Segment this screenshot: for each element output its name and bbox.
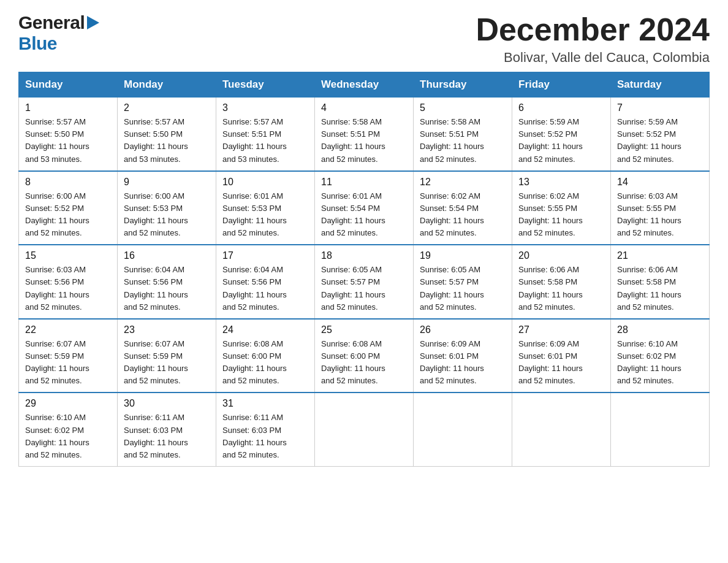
day-cell-16: 16 Sunrise: 6:04 AMSunset: 5:56 PMDaylig… bbox=[118, 245, 216, 319]
day-info: Sunrise: 6:00 AMSunset: 5:52 PMDaylight:… bbox=[25, 190, 111, 240]
day-number: 23 bbox=[124, 324, 210, 335]
day-number: 2 bbox=[124, 102, 210, 113]
header-row: SundayMondayTuesdayWednesdayThursdayFrid… bbox=[19, 72, 710, 98]
day-number: 11 bbox=[321, 177, 407, 188]
day-number: 15 bbox=[25, 250, 111, 261]
day-info: Sunrise: 6:05 AMSunset: 5:57 PMDaylight:… bbox=[321, 264, 407, 313]
logo: General Blue bbox=[18, 12, 99, 54]
day-info: Sunrise: 6:07 AMSunset: 5:59 PMDaylight:… bbox=[124, 338, 210, 388]
day-info: Sunrise: 6:10 AMSunset: 6:02 PMDaylight:… bbox=[25, 412, 111, 461]
empty-cell bbox=[414, 393, 512, 466]
day-info: Sunrise: 6:03 AMSunset: 5:56 PMDaylight:… bbox=[25, 264, 111, 313]
header-saturday: Saturday bbox=[611, 72, 710, 98]
day-cell-3: 3 Sunrise: 5:57 AMSunset: 5:51 PMDayligh… bbox=[216, 98, 315, 171]
header-tuesday: Tuesday bbox=[216, 72, 315, 98]
day-cell-2: 2 Sunrise: 5:57 AMSunset: 5:50 PMDayligh… bbox=[118, 98, 216, 171]
day-cell-23: 23 Sunrise: 6:07 AMSunset: 5:59 PMDaylig… bbox=[118, 319, 216, 393]
day-info: Sunrise: 6:08 AMSunset: 6:00 PMDaylight:… bbox=[222, 338, 308, 388]
day-info: Sunrise: 6:04 AMSunset: 5:56 PMDaylight:… bbox=[222, 264, 308, 313]
day-number: 12 bbox=[420, 177, 506, 188]
day-number: 25 bbox=[321, 324, 407, 335]
day-info: Sunrise: 6:09 AMSunset: 6:01 PMDaylight:… bbox=[518, 338, 604, 388]
day-cell-15: 15 Sunrise: 6:03 AMSunset: 5:56 PMDaylig… bbox=[19, 245, 118, 319]
day-info: Sunrise: 5:59 AMSunset: 5:52 PMDaylight:… bbox=[518, 116, 604, 166]
day-number: 8 bbox=[25, 177, 111, 188]
day-number: 3 bbox=[222, 102, 308, 113]
day-cell-29: 29 Sunrise: 6:10 AMSunset: 6:02 PMDaylig… bbox=[19, 393, 118, 466]
day-info: Sunrise: 6:08 AMSunset: 6:00 PMDaylight:… bbox=[321, 338, 407, 388]
day-info: Sunrise: 5:57 AMSunset: 5:50 PMDaylight:… bbox=[124, 116, 210, 166]
day-cell-21: 21 Sunrise: 6:06 AMSunset: 5:58 PMDaylig… bbox=[611, 245, 710, 319]
day-cell-22: 22 Sunrise: 6:07 AMSunset: 5:59 PMDaylig… bbox=[19, 319, 118, 393]
day-cell-27: 27 Sunrise: 6:09 AMSunset: 6:01 PMDaylig… bbox=[512, 319, 611, 393]
day-number: 27 bbox=[518, 324, 604, 335]
day-number: 26 bbox=[420, 324, 506, 335]
header-wednesday: Wednesday bbox=[315, 72, 414, 98]
header-monday: Monday bbox=[118, 72, 216, 98]
day-info: Sunrise: 6:02 AMSunset: 5:55 PMDaylight:… bbox=[518, 190, 604, 240]
day-number: 4 bbox=[321, 102, 407, 113]
day-cell-14: 14 Sunrise: 6:03 AMSunset: 5:55 PMDaylig… bbox=[611, 171, 710, 245]
day-number: 19 bbox=[420, 250, 506, 261]
day-info: Sunrise: 6:09 AMSunset: 6:01 PMDaylight:… bbox=[420, 338, 506, 388]
day-number: 6 bbox=[518, 102, 604, 113]
day-cell-6: 6 Sunrise: 5:59 AMSunset: 5:52 PMDayligh… bbox=[512, 98, 611, 171]
day-number: 5 bbox=[420, 102, 506, 113]
day-cell-11: 11 Sunrise: 6:01 AMSunset: 5:54 PMDaylig… bbox=[315, 171, 414, 245]
day-info: Sunrise: 6:06 AMSunset: 5:58 PMDaylight:… bbox=[518, 264, 604, 313]
day-info: Sunrise: 5:58 AMSunset: 5:51 PMDaylight:… bbox=[420, 116, 506, 166]
day-info: Sunrise: 6:04 AMSunset: 5:56 PMDaylight:… bbox=[124, 264, 210, 313]
day-number: 20 bbox=[518, 250, 604, 261]
day-cell-30: 30 Sunrise: 6:11 AMSunset: 6:03 PMDaylig… bbox=[118, 393, 216, 466]
day-cell-25: 25 Sunrise: 6:08 AMSunset: 6:00 PMDaylig… bbox=[315, 319, 414, 393]
header-sunday: Sunday bbox=[19, 72, 118, 98]
day-cell-10: 10 Sunrise: 6:01 AMSunset: 5:53 PMDaylig… bbox=[216, 171, 315, 245]
logo-triangle-icon bbox=[87, 16, 99, 32]
day-info: Sunrise: 6:01 AMSunset: 5:54 PMDaylight:… bbox=[321, 190, 407, 240]
day-info: Sunrise: 5:58 AMSunset: 5:51 PMDaylight:… bbox=[321, 116, 407, 166]
empty-cell bbox=[512, 393, 611, 466]
day-cell-13: 13 Sunrise: 6:02 AMSunset: 5:55 PMDaylig… bbox=[512, 171, 611, 245]
week-row-3: 15 Sunrise: 6:03 AMSunset: 5:56 PMDaylig… bbox=[19, 245, 710, 319]
day-info: Sunrise: 5:57 AMSunset: 5:51 PMDaylight:… bbox=[222, 116, 308, 166]
month-title: December 2024 bbox=[476, 12, 710, 47]
day-number: 24 bbox=[222, 324, 308, 335]
logo-blue-text: Blue bbox=[18, 33, 57, 53]
day-cell-28: 28 Sunrise: 6:10 AMSunset: 6:02 PMDaylig… bbox=[611, 319, 710, 393]
page-header: General Blue December 2024 Bolivar, Vall… bbox=[18, 12, 710, 66]
day-info: Sunrise: 6:11 AMSunset: 6:03 PMDaylight:… bbox=[222, 412, 308, 461]
day-info: Sunrise: 6:07 AMSunset: 5:59 PMDaylight:… bbox=[25, 338, 111, 388]
day-number: 29 bbox=[25, 398, 111, 409]
day-info: Sunrise: 6:02 AMSunset: 5:54 PMDaylight:… bbox=[420, 190, 506, 240]
day-number: 16 bbox=[124, 250, 210, 261]
day-cell-24: 24 Sunrise: 6:08 AMSunset: 6:00 PMDaylig… bbox=[216, 319, 315, 393]
day-info: Sunrise: 6:01 AMSunset: 5:53 PMDaylight:… bbox=[222, 190, 308, 240]
day-number: 13 bbox=[518, 177, 604, 188]
day-cell-19: 19 Sunrise: 6:05 AMSunset: 5:57 PMDaylig… bbox=[414, 245, 512, 319]
empty-cell bbox=[611, 393, 710, 466]
logo-general-text: General bbox=[18, 12, 85, 33]
day-cell-31: 31 Sunrise: 6:11 AMSunset: 6:03 PMDaylig… bbox=[216, 393, 315, 466]
day-number: 18 bbox=[321, 250, 407, 261]
day-cell-9: 9 Sunrise: 6:00 AMSunset: 5:53 PMDayligh… bbox=[118, 171, 216, 245]
day-cell-26: 26 Sunrise: 6:09 AMSunset: 6:01 PMDaylig… bbox=[414, 319, 512, 393]
title-section: December 2024 Bolivar, Valle del Cauca, … bbox=[476, 12, 710, 66]
day-number: 17 bbox=[222, 250, 308, 261]
header-thursday: Thursday bbox=[414, 72, 512, 98]
day-number: 7 bbox=[617, 102, 703, 113]
week-row-1: 1 Sunrise: 5:57 AMSunset: 5:50 PMDayligh… bbox=[19, 98, 710, 171]
day-cell-12: 12 Sunrise: 6:02 AMSunset: 5:54 PMDaylig… bbox=[414, 171, 512, 245]
day-number: 9 bbox=[124, 177, 210, 188]
day-info: Sunrise: 6:00 AMSunset: 5:53 PMDaylight:… bbox=[124, 190, 210, 240]
day-info: Sunrise: 6:06 AMSunset: 5:58 PMDaylight:… bbox=[617, 264, 703, 313]
calendar-table: SundayMondayTuesdayWednesdayThursdayFrid… bbox=[18, 72, 710, 467]
empty-cell bbox=[315, 393, 414, 466]
day-info: Sunrise: 6:05 AMSunset: 5:57 PMDaylight:… bbox=[420, 264, 506, 313]
day-info: Sunrise: 6:10 AMSunset: 6:02 PMDaylight:… bbox=[617, 338, 703, 388]
day-cell-18: 18 Sunrise: 6:05 AMSunset: 5:57 PMDaylig… bbox=[315, 245, 414, 319]
day-number: 14 bbox=[617, 177, 703, 188]
day-info: Sunrise: 6:03 AMSunset: 5:55 PMDaylight:… bbox=[617, 190, 703, 240]
day-cell-7: 7 Sunrise: 5:59 AMSunset: 5:52 PMDayligh… bbox=[611, 98, 710, 171]
week-row-4: 22 Sunrise: 6:07 AMSunset: 5:59 PMDaylig… bbox=[19, 319, 710, 393]
svg-marker-0 bbox=[87, 16, 99, 29]
